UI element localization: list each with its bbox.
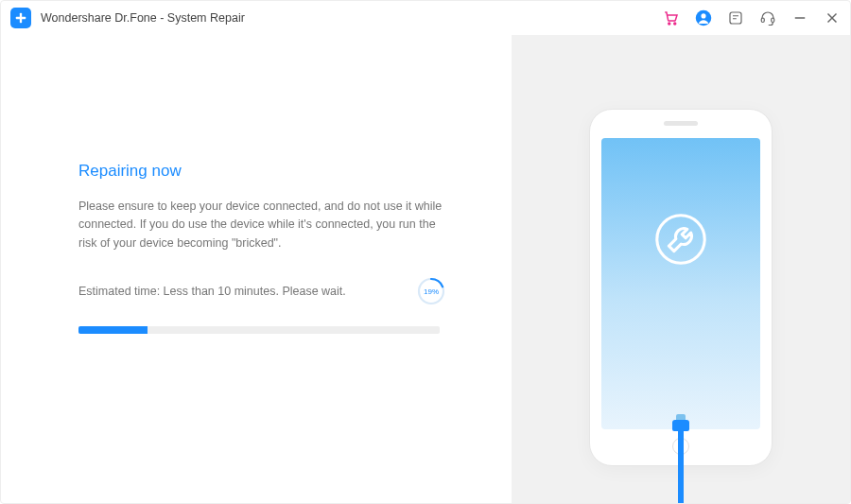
feedback-icon[interactable] <box>727 9 744 26</box>
instruction-text: Please ensure to keep your device connec… <box>78 198 445 252</box>
right-panel <box>512 35 850 503</box>
svg-point-3 <box>674 23 676 25</box>
cart-icon[interactable] <box>663 9 680 26</box>
minimize-button[interactable] <box>791 9 808 26</box>
progress-bar-fill <box>78 326 148 334</box>
svg-point-5 <box>701 13 705 18</box>
svg-rect-1 <box>16 17 26 19</box>
svg-point-2 <box>669 23 670 25</box>
wrench-icon <box>651 210 710 272</box>
svg-point-13 <box>657 216 704 263</box>
title-bar-actions <box>663 9 841 26</box>
page-title: Repairing now <box>78 162 445 181</box>
progress-bar <box>78 326 440 334</box>
estimated-time-label: Estimated time: Less than 10 minutes. Pl… <box>78 285 346 298</box>
cable-icon <box>678 427 684 503</box>
svg-rect-7 <box>761 18 764 23</box>
progress-row: Estimated time: Less than 10 minutes. Pl… <box>78 277 445 305</box>
phone-screen <box>601 138 760 429</box>
svg-rect-8 <box>772 18 774 23</box>
app-logo-icon <box>10 8 31 28</box>
support-icon[interactable] <box>759 9 776 26</box>
main-content: Repairing now Please ensure to keep your… <box>1 35 850 503</box>
account-icon[interactable] <box>695 9 712 26</box>
app-window: Wondershare Dr.Fone - System Repair <box>0 0 851 504</box>
phone-illustration <box>589 109 773 466</box>
progress-percent-label: 19% <box>417 277 445 305</box>
close-button[interactable] <box>824 9 841 26</box>
window-title: Wondershare Dr.Fone - System Repair <box>41 11 245 25</box>
left-panel: Repairing now Please ensure to keep your… <box>1 35 512 503</box>
progress-ring: 19% <box>417 277 445 305</box>
svg-rect-6 <box>730 12 741 24</box>
title-bar: Wondershare Dr.Fone - System Repair <box>1 1 850 35</box>
